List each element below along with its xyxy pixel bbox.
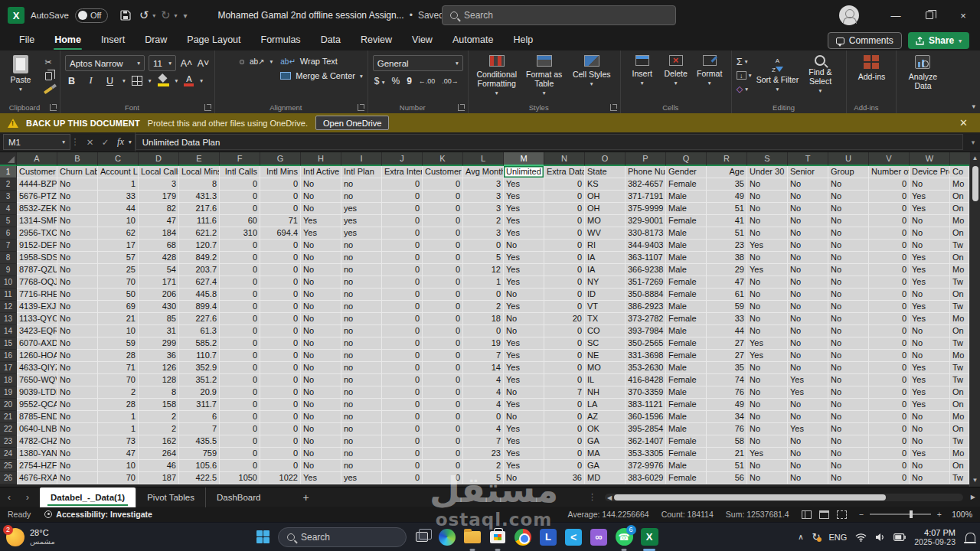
grid-cell[interactable]: 0	[220, 460, 260, 472]
grid-cell[interactable]: No	[788, 411, 828, 423]
grid-cell[interactable]: Yes	[747, 264, 788, 276]
grid-cell[interactable]: Male	[666, 264, 707, 276]
sheet-tab-1[interactable]: Databel_-_Data(1)	[40, 487, 136, 507]
select-all-button[interactable]	[0, 152, 17, 166]
grid-cell[interactable]: 1314-SMP	[17, 215, 57, 227]
grid-cell[interactable]: no	[341, 399, 382, 411]
grid-cell[interactable]: 0	[869, 191, 910, 203]
grid-cell[interactable]: No	[747, 460, 788, 472]
whatsapp-button[interactable]: ☎6	[614, 527, 634, 547]
grid-cell[interactable]: 0	[423, 264, 463, 276]
grid-cell[interactable]: 0	[423, 460, 463, 472]
grid-cell[interactable]: Mo	[950, 350, 969, 362]
grid-cell[interactable]: On	[950, 203, 969, 215]
row-header-12[interactable]: 12	[0, 301, 17, 313]
grid-cell[interactable]: No	[57, 350, 98, 362]
grid-cell[interactable]: No	[57, 435, 98, 448]
grid-cell[interactable]: Yes	[504, 264, 544, 276]
grid-cell[interactable]: 0	[382, 386, 423, 399]
grid-cell[interactable]: 3	[463, 203, 504, 215]
grid-cell[interactable]: No	[57, 448, 98, 460]
grid-cell[interactable]: 0	[544, 325, 585, 337]
grid-cell[interactable]: 6	[179, 411, 220, 423]
borders-button[interactable]	[132, 76, 142, 86]
row-header-16[interactable]: 16	[0, 350, 17, 362]
column-header-I[interactable]: I	[341, 152, 382, 166]
grid-cell[interactable]: Tw	[950, 472, 969, 484]
grid-cell[interactable]: No	[301, 252, 341, 264]
grid-cell[interactable]: Yes	[910, 399, 950, 411]
grid-cell[interactable]: 60	[220, 215, 260, 227]
grid-cell[interactable]: 0	[423, 350, 463, 362]
grid-cell[interactable]: 0	[220, 264, 260, 276]
grid-cell[interactable]: Tw	[950, 240, 969, 252]
grid-cell[interactable]: no	[341, 350, 382, 362]
addins-button[interactable]: Add-ins	[851, 55, 891, 81]
grid-cell[interactable]: 14	[463, 362, 504, 374]
clear-button[interactable]: ◇▾	[737, 83, 752, 95]
grid-cell[interactable]: On	[950, 252, 969, 264]
grid-cell[interactable]: 3	[463, 178, 504, 191]
grid-cell[interactable]: No	[57, 472, 98, 484]
battery-icon[interactable]	[893, 533, 906, 541]
grid-cell[interactable]: 23	[707, 240, 747, 252]
sheet-tab-2[interactable]: Pivot Tables	[136, 487, 205, 507]
grid-cell[interactable]: 0	[869, 276, 910, 289]
row-header-1[interactable]: 1	[0, 166, 17, 178]
merge-center-button[interactable]: Merge & Center▾	[280, 71, 362, 80]
grid-cell[interactable]: 111.6	[179, 215, 220, 227]
grid-cell[interactable]: No	[788, 264, 828, 276]
grid-cell[interactable]: 59	[98, 337, 139, 350]
grid-cell[interactable]: 58	[707, 435, 747, 448]
grid-cell[interactable]: no	[341, 448, 382, 460]
grid-cell[interactable]: Intl Active	[301, 166, 341, 178]
grid-cell[interactable]: 0	[220, 240, 260, 252]
column-header-H[interactable]: H	[301, 152, 341, 166]
grid-cell[interactable]: 0	[869, 386, 910, 399]
grid-cell[interactable]: No	[504, 325, 544, 337]
grid-cell[interactable]: 9552-QCA	[17, 399, 57, 411]
grid-cell[interactable]: Senior	[788, 166, 828, 178]
wifi-icon[interactable]	[855, 533, 867, 542]
grid-cell[interactable]: 395-2854	[626, 423, 666, 435]
grid-cell[interactable]: No	[788, 178, 828, 191]
row-header-19[interactable]: 19	[0, 386, 17, 399]
grid-cell[interactable]: No	[747, 252, 788, 264]
grid-cell[interactable]: 0640-LNBI	[17, 423, 57, 435]
notifications-bell-icon[interactable]	[965, 533, 975, 542]
grid-cell[interactable]: Yes	[504, 460, 544, 472]
grid-cell[interactable]: 82	[139, 203, 179, 215]
grid-cell[interactable]: no	[341, 337, 382, 350]
number-format-select[interactable]: General▾	[373, 55, 463, 71]
start-button[interactable]	[253, 527, 273, 547]
grid-cell[interactable]: 0	[260, 435, 301, 448]
grid-cell[interactable]: No	[788, 325, 828, 337]
font-size-select[interactable]: 11▾	[149, 55, 176, 71]
grid-cell[interactable]: 1022	[260, 472, 301, 484]
grid-cell[interactable]: 0	[220, 337, 260, 350]
grid-cell[interactable]: 4782-CHZI	[17, 435, 57, 448]
row-header-11[interactable]: 11	[0, 289, 17, 301]
grid-cell[interactable]: Yes	[788, 374, 828, 386]
grid-cell[interactable]: Male	[666, 386, 707, 399]
row-header-13[interactable]: 13	[0, 313, 17, 325]
grid-cell[interactable]: 0	[220, 448, 260, 460]
grid-cell[interactable]: 7650-WQV	[17, 374, 57, 386]
grid-cell[interactable]: No	[57, 325, 98, 337]
grid-cell[interactable]: Male	[666, 240, 707, 252]
sync-status-icon[interactable]: ↻	[812, 531, 821, 543]
grid-cell[interactable]: Mo	[950, 448, 969, 460]
grid-cell[interactable]: On	[950, 325, 969, 337]
grid-cell[interactable]: 0	[869, 289, 910, 301]
grid-cell[interactable]: No	[828, 227, 869, 240]
grid-cell[interactable]: No	[828, 325, 869, 337]
grid-cell[interactable]: 0	[869, 362, 910, 374]
grid-cell[interactable]: 0	[382, 423, 423, 435]
conditional-formatting-button[interactable]: Conditional Formatting▾	[473, 55, 521, 96]
grid-cell[interactable]: Yes	[504, 178, 544, 191]
grid-cell[interactable]: 0	[260, 399, 301, 411]
delete-cells-button[interactable]: Delete▾	[659, 55, 693, 86]
grid-cell[interactable]: 353-3305	[626, 448, 666, 460]
grid-cell[interactable]: 179	[139, 191, 179, 203]
grid-cell[interactable]: 0	[869, 423, 910, 435]
